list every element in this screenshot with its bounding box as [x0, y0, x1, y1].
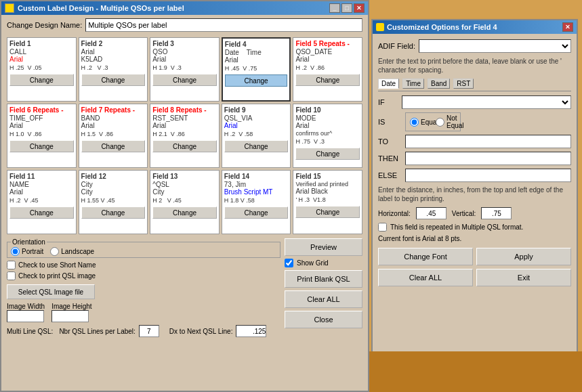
preview-button[interactable]: Preview: [285, 238, 362, 256]
to-input[interactable]: [405, 135, 571, 148]
field-9-box: Field 9 QSL_VIA Arial H .2 V .58 Change: [222, 104, 291, 168]
hv-row: Horizontal: Vertical:: [378, 207, 571, 219]
field-14-name: 73, Jim: [224, 181, 289, 188]
dialog-title-bar: Customized Options for Field 4 ✕: [373, 20, 577, 34]
minimize-button[interactable]: _: [329, 3, 340, 13]
short-name-checkbox[interactable]: [7, 261, 16, 269]
field-15-font: Arial Black: [295, 188, 360, 195]
field-6-name: TIME_OFF: [9, 114, 74, 122]
field-4-name: Date Time: [225, 49, 288, 56]
dialog-clear-all-button[interactable]: Clear ALL: [378, 269, 473, 286]
field-3-font: Arial: [152, 56, 217, 63]
if-row: IF: [378, 95, 571, 109]
main-title-bar: Custom Label Design - Multiple QSOs per …: [1, 1, 368, 15]
is-row: IS Equal Not Equal: [378, 112, 571, 131]
field-10-coords: H .75 V .3: [295, 138, 360, 145]
field-5-change-button[interactable]: Change: [295, 74, 360, 86]
field-9-font: Arial: [224, 122, 289, 129]
then-row: THEN: [378, 152, 571, 165]
close-main-button[interactable]: ✕: [354, 3, 365, 13]
field-13-name: ^QSL: [152, 181, 217, 188]
equal-radio-label[interactable]: Equal: [410, 118, 430, 127]
field-10-label: Field 10: [295, 106, 360, 114]
portrait-radio-label[interactable]: Portrait: [11, 247, 43, 256]
field-4-change-button[interactable]: Change: [225, 74, 288, 87]
portrait-radio[interactable]: [11, 247, 20, 256]
show-grid-checkbox[interactable]: [285, 259, 293, 267]
field-2-change-button[interactable]: Change: [81, 74, 146, 86]
field-11-change-button[interactable]: Change: [9, 206, 74, 219]
field-14-font: Brush Script MT: [224, 188, 289, 196]
field-1-change-button[interactable]: Change: [9, 74, 74, 86]
field-15-box: Field 15 Verified and printed Arial Blac…: [293, 170, 362, 234]
field-10-change-button[interactable]: Change: [295, 148, 360, 160]
vertical-label: Vertical:: [452, 210, 476, 217]
field-2-font2: K5LAD: [81, 56, 146, 63]
field-7-change-button[interactable]: Change: [81, 140, 146, 152]
close-button[interactable]: Close: [285, 311, 362, 328]
dialog-close-button[interactable]: ✕: [562, 22, 573, 32]
image-size-row: Image Width Image Height: [7, 303, 280, 322]
tab-time[interactable]: Time: [402, 79, 424, 89]
equal-radio[interactable]: [410, 118, 419, 127]
horizontal-input[interactable]: [416, 207, 446, 219]
design-name-input[interactable]: [85, 18, 362, 32]
equal-radio-group: Equal Not Equal: [405, 112, 461, 131]
field-14-label: Field 14: [224, 173, 289, 180]
field-5-name: QSO_DATE: [295, 48, 360, 56]
exit-button[interactable]: Exit: [476, 269, 571, 286]
field-12-change-button[interactable]: Change: [81, 206, 146, 219]
fields-grid: Field 1 CALL Arial H .25 V .05 Change Fi…: [7, 37, 362, 234]
main-window-icon: [5, 3, 14, 13]
field-9-name: QSL_VIA: [224, 114, 289, 122]
vertical-input[interactable]: [481, 207, 512, 219]
field-7-font: Arial: [81, 122, 146, 129]
adif-select[interactable]: [419, 39, 571, 53]
field-8-coords: H 2.1 V .86: [152, 131, 217, 137]
apply-button[interactable]: Apply: [476, 248, 571, 265]
field-10-font: Arial: [295, 122, 360, 129]
image-width-input[interactable]: [7, 310, 44, 322]
field-9-change-button[interactable]: Change: [224, 140, 289, 152]
to-row: TO: [378, 135, 571, 148]
image-height-input[interactable]: [51, 310, 89, 322]
field-7-label: Field 7 Repeats -: [81, 106, 146, 114]
tab-rst[interactable]: RST: [453, 79, 474, 89]
field-3-change-button[interactable]: Change: [152, 74, 217, 86]
change-font-button[interactable]: Change Font: [378, 248, 473, 265]
select-qsl-button[interactable]: Select QSL Image file: [7, 284, 95, 299]
orientation-fieldset: Orientation Portrait Landscape: [7, 238, 280, 258]
field-5-box: Field 5 Repeats - QSO_DATE Arial H .2 V …: [293, 37, 362, 102]
tab-band[interactable]: Band: [428, 79, 450, 89]
field-6-change-button[interactable]: Change: [9, 140, 74, 152]
repeat-checkbox[interactable]: [378, 223, 387, 232]
clear-all-button[interactable]: Clear ALL: [285, 290, 362, 308]
landscape-radio[interactable]: [50, 247, 59, 256]
field-15-change-button[interactable]: Change: [295, 206, 360, 218]
not-equal-radio-label[interactable]: Not Equal: [436, 114, 456, 129]
dx-input[interactable]: [236, 325, 266, 337]
tab-date[interactable]: Date: [378, 79, 399, 89]
show-grid-label: Show Grid: [297, 259, 329, 267]
field-1-box: Field 1 CALL Arial H .25 V .05 Change: [7, 37, 77, 102]
field-14-change-button[interactable]: Change: [224, 206, 289, 219]
then-input[interactable]: [405, 152, 571, 165]
print-qsl-checkbox[interactable]: [7, 271, 16, 280]
field-1-font: Arial: [9, 56, 74, 63]
maximize-button[interactable]: □: [341, 3, 352, 13]
field-8-label: Field 8 Repeats -: [152, 106, 217, 114]
print-blank-button[interactable]: Print Blank QSL: [285, 270, 362, 288]
landscape-radio-label[interactable]: Landscape: [50, 247, 94, 256]
field-8-change-button[interactable]: Change: [152, 140, 217, 152]
else-input[interactable]: [405, 169, 571, 182]
taskbar: [369, 351, 582, 392]
not-equal-radio[interactable]: [436, 118, 444, 127]
field-11-name: NAME: [9, 181, 74, 188]
if-select[interactable]: [402, 95, 571, 109]
is-label: IS: [378, 118, 398, 126]
field-4-label: Field 4: [225, 41, 288, 48]
field-14-coords: H 1.8 V .58: [224, 197, 289, 204]
nbr-qsl-input[interactable]: [139, 325, 159, 337]
field-14-box: Field 14 73, Jim Brush Script MT H 1.8 V…: [222, 170, 291, 234]
field-13-change-button[interactable]: Change: [152, 206, 217, 219]
